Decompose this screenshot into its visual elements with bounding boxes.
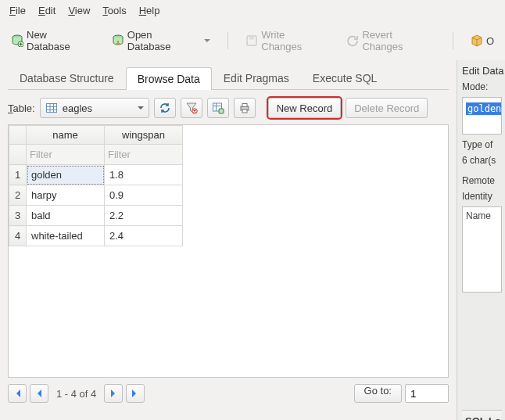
tab-database-structure[interactable]: Database Structure — [8, 66, 126, 89]
goto-input[interactable] — [405, 384, 449, 403]
new-record-button[interactable]: New Record — [268, 98, 342, 118]
toolbar-separator — [227, 32, 228, 49]
identity-label: Identity — [462, 191, 502, 202]
table-select-value: eagles — [63, 102, 133, 114]
open-database-button[interactable]: Open Database — [107, 26, 215, 56]
pager: 1 - 4 of 4 Go to: — [8, 378, 449, 403]
table-row[interactable]: 3 bald 2.2 — [9, 206, 183, 226]
pager-status: 1 - 4 of 4 — [52, 388, 101, 400]
cell-name[interactable]: harpy — [27, 185, 105, 206]
data-grid[interactable]: name wingspan Filter Filter 1 golden 1.8 — [8, 124, 449, 378]
print-button[interactable] — [234, 98, 256, 118]
cell-wingspan[interactable]: 0.9 — [105, 185, 183, 206]
save-icon — [245, 34, 258, 47]
row-header[interactable]: 3 — [9, 206, 27, 226]
menu-file[interactable]: File — [3, 2, 32, 20]
pager-prev-button[interactable] — [30, 384, 48, 403]
filter-name[interactable]: Filter — [27, 145, 105, 165]
toolbar-separator-2 — [453, 32, 453, 49]
type-line-1: Type of — [462, 139, 502, 150]
svg-rect-11 — [242, 109, 247, 113]
main-toolbar: New Database Open Database Write Changes… — [0, 21, 505, 60]
cell-name[interactable]: white-tailed — [27, 226, 105, 246]
menu-edit[interactable]: Edit — [32, 2, 62, 20]
side-heading: Edit Data — [462, 65, 502, 77]
database-new-icon — [11, 34, 23, 47]
column-header-name[interactable]: name — [27, 126, 105, 145]
write-changes-button: Write Changes — [241, 26, 332, 56]
cell-wingspan[interactable]: 2.2 — [105, 206, 183, 226]
table-icon — [45, 102, 58, 114]
cube-icon — [471, 34, 483, 47]
identity-list[interactable]: Name — [462, 206, 502, 293]
table-save-icon — [212, 102, 224, 114]
new-database-button[interactable]: New Database — [6, 26, 98, 56]
toolbar-right-partial[interactable]: O — [466, 31, 499, 50]
svg-rect-8 — [219, 109, 224, 113]
column-header-wingspan[interactable]: wingspan — [105, 126, 183, 145]
svg-rect-10 — [242, 104, 247, 107]
goto-button[interactable]: Go to: — [354, 384, 402, 403]
tab-browse-data[interactable]: Browse Data — [126, 67, 212, 90]
type-line-2: 6 char(s — [462, 155, 502, 166]
tabstrip: Database Structure Browse Data Edit Prag… — [8, 66, 449, 90]
menu-view[interactable]: View — [62, 2, 96, 20]
table-row[interactable]: 4 white-tailed 2.4 — [9, 226, 183, 246]
revert-changes-button: Revert Changes — [342, 26, 439, 56]
table-select[interactable]: eagles — [40, 98, 149, 118]
filter-wingspan[interactable]: Filter — [105, 145, 183, 165]
revert-icon — [346, 34, 359, 47]
pager-last-button[interactable] — [126, 384, 145, 403]
clear-filters-button[interactable] — [181, 98, 202, 118]
menubar: File Edit View Tools Help — [0, 0, 505, 21]
filter-row-header — [9, 145, 27, 165]
next-icon — [107, 387, 120, 400]
table-toolbar: Table: eagles New Record Delete R — [8, 90, 449, 124]
sql-log-button[interactable]: SQL Lo — [462, 410, 502, 420]
skip-last-icon — [129, 387, 141, 400]
cell-wingspan[interactable]: 1.8 — [105, 165, 183, 185]
table-row[interactable]: 2 harpy 0.9 — [9, 185, 183, 206]
cell-name[interactable]: golden — [27, 165, 105, 185]
cell-editor-text: golden — [466, 102, 502, 115]
tab-edit-pragmas[interactable]: Edit Pragmas — [212, 66, 301, 89]
row-header[interactable]: 1 — [9, 165, 27, 185]
mode-label: Mode: — [462, 81, 502, 92]
print-icon — [238, 102, 251, 114]
pager-first-button[interactable] — [8, 384, 27, 403]
remote-label: Remote — [462, 175, 502, 186]
tab-execute-sql[interactable]: Execute SQL — [301, 66, 389, 89]
cell-name[interactable]: bald — [27, 206, 105, 226]
refresh-icon — [159, 102, 171, 114]
row-header[interactable]: 2 — [9, 185, 27, 206]
funnel-clear-icon — [185, 102, 198, 114]
cell-editor[interactable]: golden — [462, 97, 502, 135]
svg-rect-4 — [249, 37, 254, 40]
table-label: Table: — [8, 102, 35, 114]
grid-corner — [9, 126, 27, 145]
svg-rect-5 — [46, 104, 56, 113]
table-row[interactable]: 1 golden 1.8 — [9, 165, 183, 185]
refresh-button[interactable] — [154, 98, 176, 118]
delete-record-button: Delete Record — [346, 98, 428, 118]
menu-tools[interactable]: Tools — [96, 2, 132, 20]
pager-next-button[interactable] — [104, 384, 123, 403]
cell-wingspan[interactable]: 2.4 — [105, 226, 183, 246]
prev-icon — [33, 387, 45, 400]
identity-name-header: Name — [466, 210, 498, 221]
side-panel: Edit Data Mode: golden Type of 6 char(s … — [457, 60, 505, 420]
main-panel: Database Structure Browse Data Edit Prag… — [0, 60, 457, 420]
menu-help[interactable]: Help — [133, 2, 167, 20]
save-data-button[interactable] — [207, 98, 229, 118]
row-header[interactable]: 4 — [9, 226, 27, 246]
database-open-icon — [112, 34, 124, 47]
skip-first-icon — [11, 387, 23, 400]
chevron-down-icon — [138, 106, 144, 113]
